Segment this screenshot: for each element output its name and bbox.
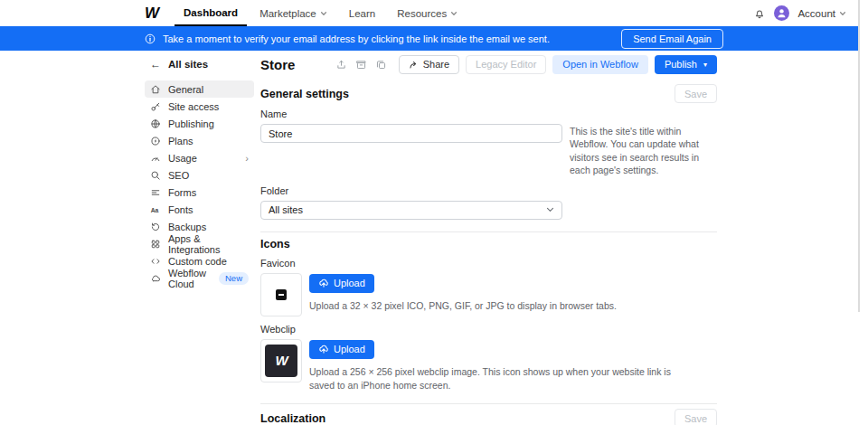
account-menu[interactable]: Account — [797, 8, 846, 19]
chevron-down-icon — [450, 10, 458, 17]
nav-tab-dashboard[interactable]: Dashboard — [175, 0, 247, 26]
lightning-icon — [150, 136, 161, 146]
general-settings-title: General settings — [260, 88, 349, 100]
sidebar-item-site-access[interactable]: Site access — [145, 98, 254, 115]
localization-section-header: Localization Save — [260, 409, 717, 425]
favicon-upload-button[interactable]: Upload — [309, 274, 374, 293]
nav-tab-resources[interactable]: Resources — [388, 0, 467, 26]
sidebar-item-usage[interactable]: Usage › — [145, 149, 254, 166]
chevron-down-icon — [839, 10, 846, 17]
font-icon: Aa — [150, 204, 161, 215]
svg-text:Aa: Aa — [151, 206, 159, 212]
back-to-all-sites[interactable]: ← All sites — [145, 56, 254, 72]
favicon-preview — [260, 273, 302, 316]
upload-cloud-icon — [318, 278, 329, 288]
upload-cloud-icon — [318, 344, 329, 354]
open-in-webflow-button[interactable]: Open in Webflow — [552, 55, 648, 74]
section-divider — [260, 403, 717, 404]
localization-title: Localization — [260, 412, 326, 425]
person-icon — [774, 5, 789, 21]
webclip-preview: W — [260, 339, 302, 382]
duplicate-icon[interactable] — [375, 59, 387, 71]
sidebar-item-general[interactable]: General — [145, 80, 254, 98]
webclip-image: W — [265, 345, 297, 377]
legacy-editor-button[interactable]: Legacy Editor — [466, 55, 546, 74]
publish-button[interactable]: Publish ▾ — [655, 55, 717, 74]
site-name-input[interactable] — [260, 124, 562, 143]
favicon-image — [276, 289, 287, 300]
sidebar-item-apps-integrations[interactable]: Apps & Integrations — [145, 235, 254, 252]
sidebar-item-webflow-cloud[interactable]: Webflow Cloud New — [145, 269, 254, 287]
icons-section-header: Icons — [260, 238, 717, 250]
globe-icon — [150, 118, 161, 129]
share-arrow-icon — [409, 60, 419, 70]
webclip-upload-button[interactable]: Upload — [309, 340, 374, 359]
transfer-site-icon[interactable] — [335, 59, 347, 71]
banner-message: Take a moment to verify your email addre… — [163, 33, 550, 44]
archive-icon[interactable] — [355, 59, 367, 71]
favicon-help-text: Upload a 32 × 32 pixel ICO, PNG, GIF, or… — [309, 299, 689, 313]
sidebar-item-seo[interactable]: SEO — [145, 166, 254, 184]
settings-sidebar: ← All sites General Site access Publishi… — [145, 56, 254, 287]
name-label: Name — [260, 109, 562, 119]
chevron-right-icon: › — [245, 153, 249, 164]
key-icon — [150, 101, 161, 112]
folder-select[interactable]: All sites — [260, 201, 562, 220]
nav-links: Dashboard Marketplace Learn Resources — [175, 0, 467, 26]
localization-save-button[interactable]: Save — [675, 409, 717, 425]
list-icon — [150, 187, 161, 198]
general-save-button[interactable]: Save — [675, 84, 717, 103]
sidebar-item-publishing[interactable]: Publishing — [145, 115, 254, 132]
scrollbar[interactable] — [858, 0, 860, 312]
new-badge: New — [219, 272, 249, 285]
user-avatar[interactable] — [774, 5, 789, 21]
folder-label: Folder — [260, 185, 717, 196]
search-icon — [150, 170, 161, 181]
favicon-label: Favicon — [260, 258, 717, 269]
site-header: Store Share Legacy Editor Open in Webflo… — [260, 52, 717, 76]
webclip-help-text: Upload a 256 × 256 pixel webclip image. … — [309, 365, 698, 392]
cloud-icon — [150, 273, 161, 284]
name-help-text: This is the site's title within Webflow.… — [570, 125, 717, 177]
grid-icon — [150, 239, 161, 250]
share-button[interactable]: Share — [399, 55, 459, 74]
icons-title: Icons — [260, 238, 290, 250]
chevron-down-icon — [546, 207, 554, 212]
back-arrow-icon: ← — [150, 58, 161, 71]
info-icon — [145, 33, 156, 44]
webflow-logo[interactable]: W — [145, 0, 158, 26]
sidebar-item-forms[interactable]: Forms — [145, 184, 254, 201]
section-divider — [260, 231, 717, 232]
send-email-again-button[interactable]: Send Email Again — [621, 29, 723, 49]
nav-tab-marketplace[interactable]: Marketplace — [250, 0, 336, 26]
sidebar-item-fonts[interactable]: Aa Fonts — [145, 201, 254, 218]
chevron-down-icon: ▾ — [703, 61, 707, 69]
gauge-icon — [150, 153, 161, 164]
site-title: Store — [260, 57, 295, 72]
history-icon — [150, 222, 161, 232]
main-content: Store Share Legacy Editor Open in Webflo… — [260, 52, 717, 425]
top-navbar: W Dashboard Marketplace Learn Resources — [0, 0, 859, 26]
chevron-down-icon — [320, 10, 327, 17]
site-settings-page: W Dashboard Marketplace Learn Resources — [0, 0, 868, 425]
notifications-bell-icon[interactable] — [753, 7, 766, 20]
home-icon — [150, 84, 161, 95]
general-settings-section-header: General settings Save — [260, 84, 717, 103]
webclip-label: Webclip — [260, 324, 717, 335]
sidebar-item-plans[interactable]: Plans — [145, 132, 254, 149]
code-icon — [150, 256, 161, 267]
nav-tab-learn[interactable]: Learn — [340, 0, 384, 26]
verify-email-banner: Take a moment to verify your email addre… — [0, 26, 859, 51]
